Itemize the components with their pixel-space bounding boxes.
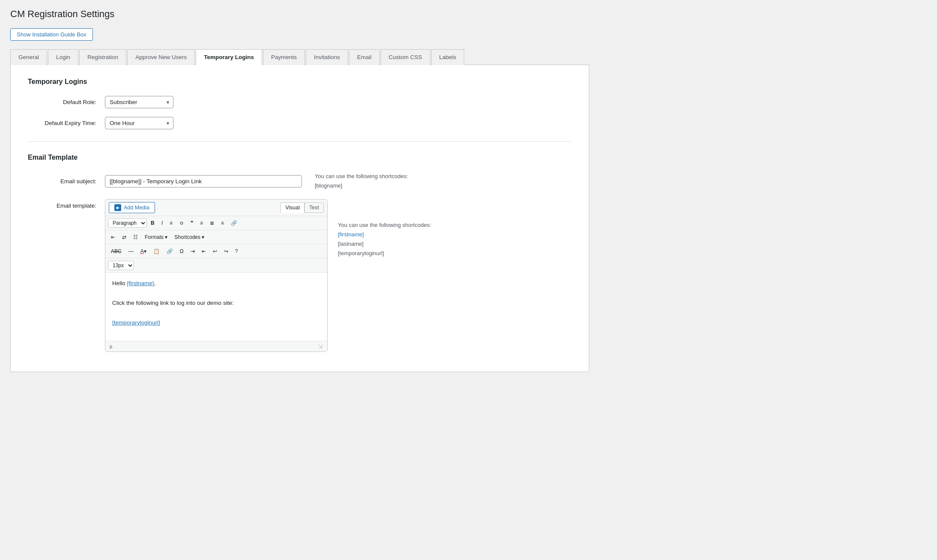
default-role-label: Default Role:	[28, 99, 105, 105]
content-area: Temporary Logins Default Role: Subscribe…	[10, 65, 589, 372]
toolbar-row-3: ABC — A ▾ 📋 🔗 Ω ⇥ ⇤ ↩ ↪ ?	[105, 244, 327, 259]
email-subject-input[interactable]	[105, 175, 302, 188]
section-temporary-logins: Temporary Logins Default Role: Subscribe…	[28, 78, 572, 129]
italic-button[interactable]: I	[158, 218, 166, 228]
page-title: CM Registration Settings	[10, 9, 589, 20]
add-media-button[interactable]: ▶ Add Media	[109, 202, 155, 213]
horizontal-rule-button[interactable]: —	[125, 247, 137, 256]
tab-email[interactable]: Email	[349, 49, 380, 65]
align-right-button[interactable]: ≡	[218, 218, 227, 228]
default-expiry-label: Default Expiry Time:	[28, 120, 105, 126]
tab-custom-css[interactable]: Custom CSS	[381, 49, 430, 65]
template-shortcode-lastname: [lastname]	[338, 241, 364, 247]
section-title-temporary-logins: Temporary Logins	[28, 78, 572, 86]
tab-registration[interactable]: Registration	[79, 49, 126, 65]
editor-top-bar: ▶ Add Media Visual Text	[105, 200, 327, 216]
section-title-email-template: Email Template	[28, 154, 572, 161]
tabs-nav: General Login Registration Approve New U…	[10, 49, 589, 65]
email-subject-shortcode-text: You can use the following shortcodes:	[315, 173, 408, 179]
align-left-button[interactable]: ≡	[197, 218, 206, 228]
toolbar-row-4: 13px	[105, 259, 327, 273]
tab-login[interactable]: Login	[48, 49, 78, 65]
tab-approve-new-users[interactable]: Approve New Users	[127, 49, 195, 65]
unordered-list-button[interactable]: ≡	[167, 218, 176, 228]
temporaryloginurl-shortcode: [temporaryloginurl]	[112, 319, 160, 326]
ordered-list-button[interactable]: ≎	[176, 218, 187, 228]
font-color-button[interactable]: A ▾	[137, 247, 149, 256]
redo-button[interactable]: ↪	[221, 247, 231, 256]
shortcodes-dropdown[interactable]: Shortcodes ▾	[171, 232, 207, 242]
form-row-default-role: Default Role: Subscriber Editor Author C…	[28, 96, 572, 108]
special-chars-button[interactable]: Ω	[177, 247, 187, 256]
template-shortcode-note: You can use the following shortcodes: [f…	[338, 220, 431, 258]
show-guide-button[interactable]: Show Installation Guide Box	[10, 28, 93, 41]
unlink-button[interactable]: 🔗	[164, 247, 176, 256]
form-row-default-expiry: Default Expiry Time: One Hour One Day On…	[28, 117, 572, 129]
paragraph-select[interactable]: Paragraph	[108, 218, 147, 228]
default-role-select-wrapper: Subscriber Editor Author Contributor Adm…	[105, 96, 173, 108]
editor-tag-indicator: p	[110, 344, 112, 349]
toolbar-row-1: Paragraph B I ≡ ≎ ❞ ≡ ≣ ≡ 🔗	[105, 216, 327, 230]
section-divider	[28, 141, 572, 142]
email-subject-label: Email subject:	[28, 178, 105, 185]
email-template-label: Email template:	[28, 199, 105, 209]
tab-labels[interactable]: Labels	[431, 49, 465, 65]
page-wrapper: CM Registration Settings Show Installati…	[0, 0, 600, 381]
firstname-shortcode: [firstname]	[127, 280, 154, 286]
default-expiry-select-wrapper: One Hour One Day One Week One Month Neve…	[105, 117, 173, 129]
text-tab[interactable]: Text	[304, 203, 324, 213]
align-center-button[interactable]: ≣	[207, 218, 217, 228]
add-media-icon: ▶	[114, 204, 121, 211]
form-row-email-template: Email template: ▶ Add Media Visual Text	[28, 199, 572, 352]
editor-line-3: [temporaryloginurl]	[112, 318, 320, 328]
editor-line-1: Hello [firstname],	[112, 279, 320, 289]
paste-button[interactable]: 📋	[150, 247, 163, 256]
help-button[interactable]: ?	[232, 247, 241, 256]
indent-button[interactable]: ⇥	[188, 247, 198, 256]
outdent-button[interactable]: ⇤	[199, 247, 209, 256]
visual-text-tabs: Visual Text	[281, 203, 324, 213]
toolbar-btn-indent-left[interactable]: ⇤	[108, 232, 118, 242]
template-shortcode-note-text: You can use the following shortcodes:	[338, 222, 431, 228]
toolbar-btn-table[interactable]: ☷	[130, 232, 141, 242]
tab-general[interactable]: General	[10, 49, 47, 65]
toolbar-row-2: ⇤ ⇄ ☷ Formats ▾ Shortcodes ▾	[105, 230, 327, 244]
template-shortcode-firstname: [firstname]	[338, 231, 364, 238]
editor-wrapper: ▶ Add Media Visual Text Paragraph	[105, 199, 328, 352]
font-size-select[interactable]: 13px	[108, 261, 134, 270]
tab-invitations[interactable]: Invitations	[306, 49, 348, 65]
resize-handle[interactable]: ⇲	[318, 343, 323, 350]
default-expiry-select[interactable]: One Hour One Day One Week One Month Neve…	[105, 117, 173, 129]
editor-content[interactable]: Hello [firstname], Click the following l…	[105, 273, 327, 341]
email-subject-shortcode-note: You can use the following shortcodes: [b…	[315, 172, 408, 191]
tab-temporary-logins[interactable]: Temporary Logins	[196, 49, 262, 65]
email-subject-shortcode-value: [blogname]	[315, 182, 342, 189]
section-email-template: Email Template Email subject: You can us…	[28, 154, 572, 352]
undo-button[interactable]: ↩	[210, 247, 220, 256]
blockquote-button[interactable]: ❞	[188, 218, 196, 228]
add-media-label: Add Media	[124, 205, 149, 211]
default-role-select[interactable]: Subscriber Editor Author Contributor Adm…	[105, 96, 173, 108]
form-row-email-subject: Email subject: You can use the following…	[28, 172, 572, 191]
editor-footer: p ⇲	[105, 341, 327, 351]
editor-line-2: Click the following link to log into our…	[112, 298, 320, 308]
strikethrough-button[interactable]: ABC	[108, 247, 125, 256]
tab-payments[interactable]: Payments	[263, 49, 305, 65]
bold-button[interactable]: B	[148, 218, 158, 228]
formats-dropdown[interactable]: Formats ▾	[142, 232, 170, 242]
template-shortcode-temporaryloginurl: [temporaryloginurl]	[338, 250, 384, 256]
link-button[interactable]: 🔗	[228, 218, 240, 228]
toolbar-btn-fullscreen[interactable]: ⇄	[119, 232, 129, 242]
visual-tab[interactable]: Visual	[281, 203, 304, 213]
